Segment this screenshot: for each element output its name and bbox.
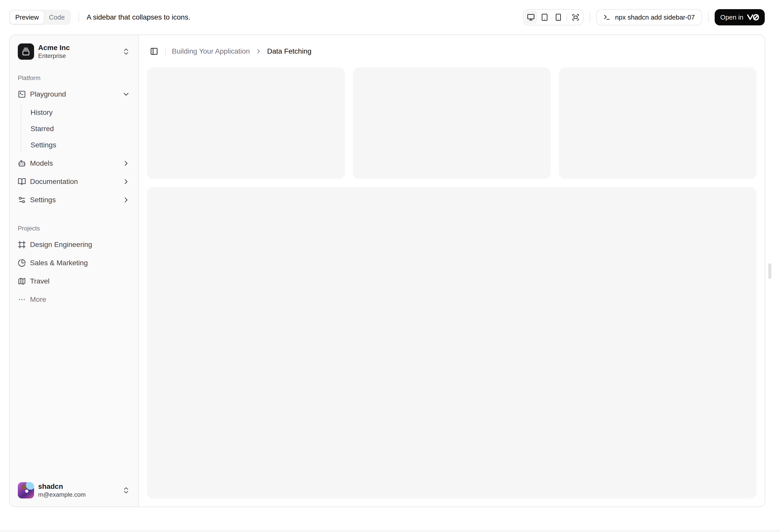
map-icon — [18, 277, 26, 285]
chevron-right-icon — [255, 48, 262, 55]
chevrons-up-down-icon — [122, 48, 130, 56]
sidebar-group-projects: Projects Design Engineering Sales & Mark… — [14, 220, 134, 308]
terminal-icon — [603, 14, 611, 21]
viewport-group-separator — [567, 13, 567, 21]
component-description: A sidebar that collapses to icons. — [87, 13, 190, 21]
placeholder-card — [147, 67, 345, 179]
sidebar-item-documentation[interactable]: Documentation — [14, 173, 134, 190]
copy-command-button[interactable]: npx shadcn add sidebar-07 — [596, 9, 702, 25]
chevron-right-icon — [122, 177, 130, 186]
viewport-tablet-button[interactable] — [538, 11, 551, 24]
toolbar-right: npx shadcn add sidebar-07 Open in — [523, 9, 765, 25]
frame-icon — [18, 241, 26, 249]
fullscreen-icon — [572, 13, 579, 21]
sidebar-item-travel[interactable]: Travel — [14, 273, 134, 289]
sidebar-subitem-starred[interactable]: Starred — [31, 122, 134, 136]
v0-logo-icon — [747, 14, 759, 20]
user-menu-button[interactable]: shadcn m@example.com — [14, 478, 134, 502]
viewport-mobile-button[interactable] — [552, 11, 565, 24]
sidebar-group-platform: Platform Playground History Starred Sett… — [14, 70, 134, 208]
team-plan: Enterprise — [38, 52, 118, 60]
sidebar-footer: shadcn m@example.com — [14, 478, 134, 502]
panel-left-icon — [150, 47, 158, 55]
placeholder-card — [353, 67, 551, 179]
breadcrumb-current: Data Fetching — [267, 47, 311, 55]
sidebar-item-settings[interactable]: Settings — [14, 192, 134, 208]
avatar — [18, 482, 34, 498]
chevron-right-icon — [122, 159, 130, 167]
open-in-label: Open in — [720, 13, 743, 21]
placeholder-card — [559, 67, 757, 179]
sidebar-submenu-playground: History Starred Settings — [21, 105, 134, 152]
main-header: Building Your Application Data Fetching — [139, 35, 765, 67]
toolbar-separator — [79, 12, 79, 22]
viewport-toggle-group — [523, 9, 583, 25]
team-info: Acme Inc Enterprise — [38, 43, 118, 60]
main-pane: Building Your Application Data Fetching — [139, 35, 765, 507]
group-label-projects: Projects — [14, 220, 134, 236]
preview-toolbar: Preview Code A sidebar that collapses to… — [9, 0, 765, 35]
sidebar-item-label: Travel — [30, 277, 50, 285]
sidebar-item-label: Settings — [30, 196, 56, 204]
chevron-down-icon — [122, 90, 130, 98]
desktop-icon — [527, 13, 535, 21]
sidebar-item-design-engineering[interactable]: Design Engineering — [14, 236, 134, 253]
fullscreen-button[interactable] — [569, 11, 582, 24]
team-name: Acme Inc — [38, 43, 118, 52]
open-in-v0-button[interactable]: Open in — [715, 9, 765, 25]
sidebar-subitem-history[interactable]: History — [31, 105, 134, 120]
component-preview-card: Acme Inc Enterprise Platform Playground — [9, 35, 765, 507]
tab-code[interactable]: Code — [44, 11, 70, 24]
book-open-icon — [18, 177, 26, 186]
user-email: m@example.com — [38, 491, 118, 498]
mobile-icon — [554, 13, 562, 21]
user-info: shadcn m@example.com — [38, 482, 118, 498]
sidebar-item-label: Design Engineering — [30, 241, 92, 249]
tab-preview[interactable]: Preview — [10, 11, 44, 24]
bot-icon — [18, 159, 26, 167]
ellipsis-icon — [18, 296, 26, 304]
placeholder-grid — [147, 67, 757, 179]
breadcrumb-parent-link[interactable]: Building Your Application — [172, 47, 250, 55]
team-logo — [18, 44, 34, 60]
preview-code-tabs: Preview Code — [9, 10, 71, 25]
header-separator — [165, 47, 166, 55]
sidebar-toggle-button[interactable] — [147, 44, 161, 58]
sidebar-subitem-settings[interactable]: Settings — [31, 138, 134, 152]
sidebar-item-label: Models — [30, 159, 53, 167]
sidebar-item-models[interactable]: Models — [14, 155, 134, 171]
breadcrumb: Building Your Application Data Fetching — [172, 47, 311, 55]
tablet-icon — [541, 13, 548, 21]
group-label-platform: Platform — [14, 70, 134, 86]
sidebar-item-label: Playground — [30, 90, 66, 98]
viewport-desktop-button[interactable] — [525, 11, 537, 24]
command-text: npx shadcn add sidebar-07 — [615, 13, 695, 21]
user-name: shadcn — [38, 482, 118, 491]
settings-sliders-icon — [18, 196, 26, 204]
page-scrollbar-thumb[interactable] — [768, 263, 771, 279]
team-switcher-button[interactable]: Acme Inc Enterprise — [14, 39, 134, 64]
chevrons-up-down-icon — [122, 486, 130, 494]
app-sidebar: Acme Inc Enterprise Platform Playground — [10, 35, 139, 507]
sidebar-item-more[interactable]: More — [14, 291, 134, 308]
sidebar-item-sales-marketing[interactable]: Sales & Marketing — [14, 255, 134, 271]
toolbar-separator — [708, 12, 709, 22]
main-content — [139, 67, 765, 507]
sidebar-item-label: Sales & Marketing — [30, 259, 88, 267]
gallery-vertical-end-icon — [22, 48, 30, 56]
placeholder-panel — [147, 187, 757, 498]
sidebar-item-label: Documentation — [30, 177, 78, 186]
sidebar-item-label: More — [30, 296, 46, 304]
chevron-right-icon — [122, 196, 130, 204]
pie-chart-icon — [18, 259, 26, 267]
square-terminal-icon — [18, 90, 26, 98]
sidebar-item-playground[interactable]: Playground — [14, 86, 134, 102]
toolbar-separator — [590, 12, 590, 22]
next-section-edge — [0, 530, 780, 532]
